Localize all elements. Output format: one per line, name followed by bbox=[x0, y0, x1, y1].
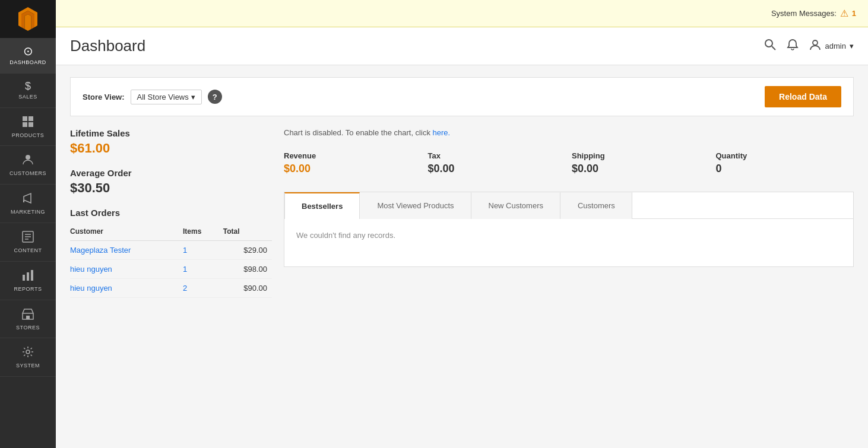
store-view-bar: Store View: All Store Views ▾ ? Reload D… bbox=[70, 77, 854, 116]
sidebar-item-products-label: PRODUCTS bbox=[12, 132, 45, 139]
notification-icon[interactable] bbox=[786, 38, 799, 54]
tab-content: We couldn't find any records. bbox=[284, 219, 853, 266]
chart-enable-link[interactable]: here. bbox=[433, 128, 451, 137]
svg-rect-16 bbox=[26, 316, 30, 319]
magento-logo-icon bbox=[15, 6, 41, 32]
system-message-bar: System Messages: ⚠ 1 bbox=[56, 0, 868, 27]
content-area: Store View: All Store Views ▾ ? Reload D… bbox=[56, 65, 868, 448]
header-actions: admin ▾ bbox=[764, 38, 854, 54]
svg-line-19 bbox=[772, 46, 775, 50]
warning-icon: ⚠ bbox=[840, 8, 848, 19]
sidebar-item-content[interactable]: CONTENT bbox=[0, 223, 56, 262]
stats-row: Revenue $0.00 Tax $0.00 Shipping $0.00 Q… bbox=[284, 147, 854, 180]
left-panel: Lifetime Sales $61.00 Average Order $30.… bbox=[70, 128, 272, 298]
revenue-value: $0.00 bbox=[284, 163, 422, 175]
quantity-stat: Quantity 0 bbox=[716, 147, 854, 180]
tab-new-customers[interactable]: New Customers bbox=[471, 192, 560, 219]
sidebar-item-customers[interactable]: CUSTOMERS bbox=[0, 146, 56, 185]
store-view-left: Store View: All Store Views ▾ ? bbox=[83, 90, 222, 104]
reports-icon bbox=[21, 269, 34, 284]
order-items[interactable]: 2 bbox=[183, 279, 223, 298]
sidebar-item-dashboard-label: DASHBOARD bbox=[9, 59, 46, 66]
page-title: Dashboard bbox=[70, 37, 145, 55]
shipping-value: $0.00 bbox=[572, 163, 710, 175]
svg-point-7 bbox=[26, 155, 30, 160]
tab-bestsellers[interactable]: Bestsellers bbox=[284, 192, 360, 219]
reload-data-button[interactable]: Reload Data bbox=[765, 86, 841, 107]
sidebar-item-system-label: SYSTEM bbox=[16, 363, 40, 369]
svg-rect-6 bbox=[28, 122, 33, 127]
tax-stat: Tax $0.00 bbox=[428, 147, 566, 180]
right-panel: Chart is disabled. To enable the chart, … bbox=[284, 128, 854, 298]
main-area: System Messages: ⚠ 1 Dashboard admin ▾ bbox=[56, 0, 868, 448]
order-total: $90.00 bbox=[223, 279, 272, 298]
sidebar-item-content-label: CONTENT bbox=[14, 247, 42, 254]
order-total: $98.00 bbox=[223, 260, 272, 279]
admin-label: admin bbox=[825, 42, 846, 50]
order-total: $29.00 bbox=[223, 241, 272, 260]
sidebar-item-reports[interactable]: REPORTS bbox=[0, 262, 56, 300]
sidebar-item-dashboard[interactable]: ⊙ DASHBOARD bbox=[0, 38, 56, 74]
average-order-block: Average Order $30.50 bbox=[70, 168, 272, 196]
table-row: hieu nguyen 2 $90.00 bbox=[70, 279, 272, 298]
sidebar-item-products[interactable]: PRODUCTS bbox=[0, 108, 56, 147]
svg-point-20 bbox=[813, 40, 818, 45]
system-message-content: System Messages: ⚠ 1 bbox=[771, 8, 856, 19]
help-icon[interactable]: ? bbox=[208, 90, 222, 104]
sidebar-item-marketing-label: MARKETING bbox=[11, 209, 45, 215]
col-customer: Customer bbox=[70, 225, 183, 241]
tab-customers[interactable]: Customers bbox=[560, 192, 632, 219]
products-icon bbox=[21, 115, 34, 130]
table-row: Mageplaza Tester 1 $29.00 bbox=[70, 241, 272, 260]
last-orders-table: Customer Items Total Mageplaza Tester 1 … bbox=[70, 225, 272, 298]
lifetime-sales-block: Lifetime Sales $61.00 bbox=[70, 128, 272, 156]
col-items: Items bbox=[183, 225, 223, 241]
admin-user-menu[interactable]: admin ▾ bbox=[809, 38, 854, 54]
sidebar-item-stores[interactable]: STORES bbox=[0, 300, 56, 339]
tab-empty-message: We couldn't find any records. bbox=[296, 231, 395, 240]
search-icon[interactable] bbox=[764, 38, 777, 54]
order-customer[interactable]: hieu nguyen bbox=[70, 279, 183, 298]
sidebar-item-system[interactable]: SYSTEM bbox=[0, 338, 56, 377]
tax-label: Tax bbox=[428, 151, 566, 160]
sidebar-item-sales[interactable]: $ SALES bbox=[0, 74, 56, 108]
page-header: Dashboard admin ▾ bbox=[56, 27, 868, 65]
sales-icon: $ bbox=[25, 81, 31, 91]
last-orders-block: Last Orders Customer Items Total Magepla… bbox=[70, 208, 272, 298]
store-view-select[interactable]: All Store Views ▾ bbox=[131, 90, 202, 104]
order-items[interactable]: 1 bbox=[183, 260, 223, 279]
order-customer[interactable]: Mageplaza Tester bbox=[70, 241, 183, 260]
average-order-value: $30.50 bbox=[70, 180, 272, 196]
revenue-label: Revenue bbox=[284, 151, 422, 160]
store-view-selected: All Store Views bbox=[137, 93, 189, 101]
order-items[interactable]: 1 bbox=[183, 241, 223, 260]
quantity-label: Quantity bbox=[716, 151, 854, 160]
lifetime-sales-value: $61.00 bbox=[70, 141, 272, 156]
dashboard-icon: ⊙ bbox=[23, 45, 33, 57]
lifetime-sales-label: Lifetime Sales bbox=[70, 128, 272, 138]
table-row: hieu nguyen 1 $98.00 bbox=[70, 260, 272, 279]
svg-rect-4 bbox=[28, 116, 33, 121]
svg-rect-12 bbox=[23, 275, 25, 281]
quantity-value: 0 bbox=[716, 163, 854, 175]
svg-point-17 bbox=[26, 350, 30, 354]
sidebar-item-stores-label: STORES bbox=[16, 325, 40, 331]
sidebar: ⊙ DASHBOARD $ SALES PRODUCTS CUSTOMERS M… bbox=[0, 0, 56, 448]
tab-most-viewed[interactable]: Most Viewed Products bbox=[360, 192, 471, 219]
revenue-stat: Revenue $0.00 bbox=[284, 147, 422, 180]
customers-icon bbox=[21, 153, 34, 168]
dashboard-grid: Lifetime Sales $61.00 Average Order $30.… bbox=[70, 128, 854, 298]
sidebar-item-reports-label: REPORTS bbox=[14, 286, 42, 293]
store-view-label: Store View: bbox=[83, 93, 125, 101]
system-message-count[interactable]: 1 bbox=[852, 9, 856, 18]
system-icon bbox=[21, 345, 34, 360]
svg-rect-5 bbox=[23, 122, 27, 127]
marketing-icon bbox=[21, 192, 34, 206]
admin-dropdown-icon: ▾ bbox=[850, 42, 854, 50]
col-total: Total bbox=[223, 225, 272, 241]
svg-rect-14 bbox=[31, 270, 33, 281]
last-orders-title: Last Orders bbox=[70, 208, 272, 218]
sidebar-item-marketing[interactable]: MARKETING bbox=[0, 185, 56, 223]
svg-rect-13 bbox=[27, 272, 29, 281]
order-customer[interactable]: hieu nguyen bbox=[70, 260, 183, 279]
